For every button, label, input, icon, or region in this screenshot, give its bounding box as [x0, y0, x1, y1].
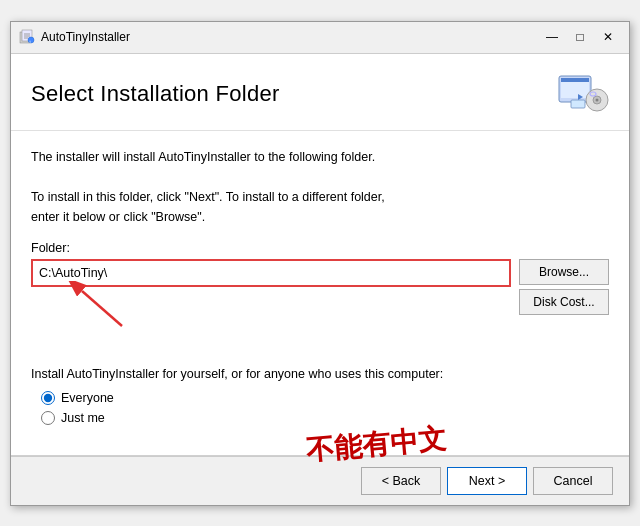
svg-rect-9 — [561, 78, 589, 82]
window-controls: — □ ✕ — [539, 27, 621, 47]
desc-line2: To install in this folder, click "Next".… — [31, 187, 609, 207]
folder-input-wrapper — [31, 259, 511, 287]
page-header: Select Installation Folder — [11, 54, 629, 131]
svg-point-12 — [596, 98, 599, 101]
content-area: The installer will install AutoTinyInsta… — [11, 131, 629, 445]
folder-input-row: Browse... Disk Cost... — [31, 259, 609, 315]
installer-icon — [557, 72, 609, 116]
radio-everyone-input[interactable] — [41, 391, 55, 405]
browse-buttons: Browse... Disk Cost... — [519, 259, 609, 315]
install-for-label: Install AutoTinyInstaller for yourself, … — [31, 367, 609, 381]
app-icon: i — [19, 29, 35, 45]
browse-button[interactable]: Browse... — [519, 259, 609, 285]
back-button[interactable]: < Back — [361, 467, 441, 495]
window-title: AutoTinyInstaller — [41, 30, 539, 44]
folder-label: Folder: — [31, 241, 609, 255]
maximize-button[interactable]: □ — [567, 27, 593, 47]
svg-line-17 — [82, 291, 122, 326]
radio-group: Everyone Just me — [31, 391, 609, 425]
page-title: Select Installation Folder — [31, 81, 280, 107]
radio-just-me-label: Just me — [61, 411, 105, 425]
bottom-bar: < Back Next > Cancel — [11, 456, 629, 505]
close-button[interactable]: ✕ — [595, 27, 621, 47]
radio-just-me-input[interactable] — [41, 411, 55, 425]
arrow-annotation — [67, 281, 137, 331]
desc-line3: enter it below or click "Browse". — [31, 207, 609, 227]
svg-text:i: i — [30, 39, 31, 44]
minimize-button[interactable]: — — [539, 27, 565, 47]
disk-cost-button[interactable]: Disk Cost... — [519, 289, 609, 315]
radio-everyone[interactable]: Everyone — [41, 391, 609, 405]
installer-window: i AutoTinyInstaller — □ ✕ Select Install… — [10, 21, 630, 506]
radio-everyone-label: Everyone — [61, 391, 114, 405]
desc-line1: The installer will install AutoTinyInsta… — [31, 147, 609, 167]
radio-just-me[interactable]: Just me — [41, 411, 609, 425]
install-for-section: Install AutoTinyInstaller for yourself, … — [31, 367, 609, 425]
folder-section: Folder: Browse... — [31, 241, 609, 315]
folder-input[interactable] — [31, 259, 511, 287]
cancel-button[interactable]: Cancel — [533, 467, 613, 495]
description-text: The installer will install AutoTinyInsta… — [31, 147, 609, 227]
title-bar: i AutoTinyInstaller — □ ✕ — [11, 22, 629, 54]
svg-point-13 — [590, 92, 596, 96]
svg-rect-14 — [571, 100, 585, 108]
next-button[interactable]: Next > — [447, 467, 527, 495]
